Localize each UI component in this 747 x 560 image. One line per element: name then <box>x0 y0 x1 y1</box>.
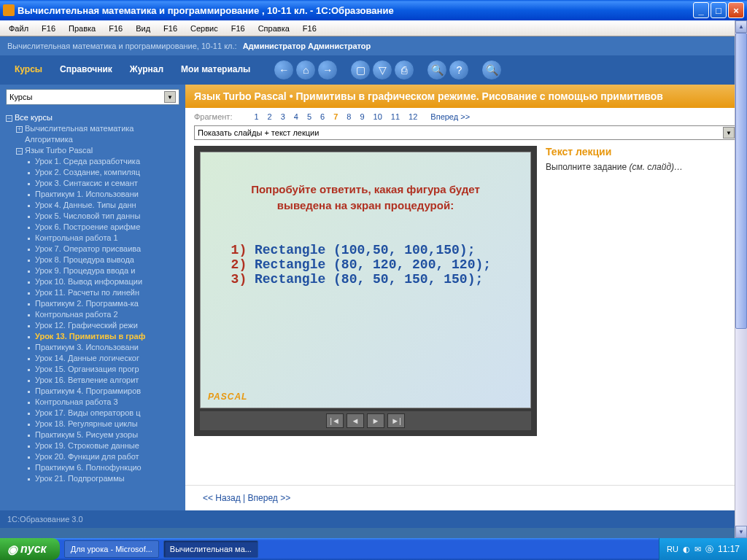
tree-leaf[interactable]: Урок 9. Процедура ввода и <box>26 265 185 276</box>
tree-leaf[interactable]: Контрольная работа 3 <box>26 397 185 408</box>
tree-leaf[interactable]: Урок 1. Среда разработчика <box>26 156 185 167</box>
window-title: Вычислительная математика и программиров… <box>18 5 693 16</box>
lesson-title: Язык Turbo Pascal • Примитивы в графичес… <box>185 85 747 108</box>
start-button[interactable]: ◉пуск <box>0 538 60 560</box>
tray-icon[interactable]: ✉ <box>694 545 701 554</box>
sidebar: Курсы ▼ −Все курсы +Вычислительная матем… <box>0 85 185 510</box>
fragment-page[interactable]: 6 <box>316 111 329 122</box>
slide-prev-icon[interactable]: ◄ <box>347 413 364 428</box>
tab-courses[interactable]: Курсы <box>6 55 51 85</box>
tree-leaf[interactable]: Практикум 6. Полнофункцио <box>26 462 185 473</box>
scroll-up-icon[interactable]: ▲ <box>735 20 747 33</box>
tree-branch[interactable]: +Вычислительная математика <box>16 123 185 134</box>
tree-leaf[interactable]: Урок 18. Регулярные циклы <box>26 419 185 429</box>
bottom-back[interactable]: << Назад <box>203 493 241 503</box>
tree-branch[interactable]: +Алгоритмика <box>16 134 185 145</box>
tray-lang[interactable]: RU <box>667 545 678 553</box>
tree-leaf[interactable]: Урок 17. Виды операторов ц <box>26 408 185 419</box>
tool2-icon[interactable]: ▽ <box>372 60 392 80</box>
tree-leaf[interactable]: Практикум 2. Программа-ка <box>26 298 185 309</box>
tree-leaf[interactable]: Практикум 4. Программиров <box>26 386 185 397</box>
menu-f16[interactable]: F16 <box>227 23 249 34</box>
tree-branch[interactable]: −Язык Turbo Pascal Урок 1. Среда разрабо… <box>16 145 185 484</box>
slide-next-icon[interactable]: ► <box>367 413 384 428</box>
fragment-page[interactable]: 9 <box>355 111 368 122</box>
tree-leaf[interactable]: Урок 21. Подпрограммы <box>26 473 185 484</box>
tree-leaf[interactable]: Урок 15. Организация прогр <box>26 364 185 375</box>
tree-leaf[interactable]: Практикум 5. Рисуем узоры <box>26 429 185 440</box>
fragment-page[interactable]: 1 <box>249 111 263 122</box>
slide-last-icon[interactable]: ►| <box>387 413 405 428</box>
menu-help[interactable]: Справка <box>254 23 294 34</box>
tree-leaf[interactable]: Урок 19. Строковые данные <box>26 440 185 451</box>
fragment-page[interactable]: 4 <box>290 111 303 122</box>
scroll-down-icon[interactable]: ▼ <box>735 526 747 538</box>
tree-leaf[interactable]: Урок 8. Процедура вывода <box>26 254 185 265</box>
tab-journal[interactable]: Журнал <box>121 55 172 85</box>
sidebar-select-value: Курсы <box>9 93 32 101</box>
menu-f16[interactable]: F16 <box>37 23 60 34</box>
nav-forward-icon[interactable]: → <box>317 60 338 80</box>
window-scrollbar[interactable]: ▲ ▼ <box>735 20 747 538</box>
nav-back-icon[interactable]: ← <box>274 60 294 80</box>
tab-my-materials[interactable]: Мои материалы <box>172 55 259 85</box>
dropdown-icon[interactable]: ▼ <box>723 127 735 139</box>
search-icon[interactable]: 🔍 <box>427 60 447 80</box>
tool1-icon[interactable]: ▢ <box>350 60 371 80</box>
tree-leaf[interactable]: Урок 14. Данные логическог <box>26 353 185 364</box>
slide-mode-select[interactable]: Показать слайды + текст лекции ▼ <box>194 125 738 140</box>
fragment-page[interactable]: 8 <box>342 111 355 122</box>
menu-f16[interactable]: F16 <box>159 23 182 34</box>
tree-leaf[interactable]: Урок 12. Графический режи <box>26 320 185 331</box>
zoom-icon[interactable]: 🔍 <box>481 60 502 80</box>
taskbar-item-active[interactable]: Вычислительная ма... <box>163 540 258 558</box>
tree-leaf[interactable]: Урок 5. Числовой тип данны <box>26 211 185 222</box>
tree-leaf[interactable]: Урок 11. Расчеты по линейн <box>26 287 185 298</box>
tray-icon[interactable]: ⓐ <box>705 544 713 555</box>
print-icon[interactable]: ⎙ <box>394 60 414 80</box>
home-icon[interactable]: ⌂ <box>295 60 316 80</box>
help-icon[interactable]: ? <box>449 60 469 80</box>
dropdown-icon[interactable]: ▼ <box>164 91 176 103</box>
sidebar-select[interactable]: Курсы ▼ <box>6 89 179 105</box>
fragment-page[interactable]: 5 <box>303 111 316 122</box>
tree-leaf[interactable]: Контрольная работа 2 <box>26 309 185 320</box>
fragment-page[interactable]: 3 <box>276 111 290 122</box>
fragment-page[interactable]: 12 <box>404 111 422 122</box>
tree-leaf[interactable]: Урок 10. Вывод информации <box>26 276 185 287</box>
tab-reference[interactable]: Справочник <box>51 55 121 85</box>
fragment-page[interactable]: 7 <box>329 111 342 122</box>
menu-file[interactable]: Файл <box>4 23 33 34</box>
menu-f16[interactable]: F16 <box>104 23 127 34</box>
tree-leaf[interactable]: Урок 3. Синтаксис и семант <box>26 178 185 189</box>
bottom-forward[interactable]: Вперед >> <box>248 493 291 503</box>
tree-leaf[interactable]: Практикум 3. Использовани <box>26 342 185 353</box>
tray-clock[interactable]: 11:17 <box>718 544 740 554</box>
tree-leaf[interactable]: Контрольная работа 1 <box>26 233 185 244</box>
tree-leaf[interactable]: Урок 20. Функции для работ <box>26 451 185 462</box>
tree-leaf[interactable]: Урок 13. Примитивы в граф <box>26 331 185 342</box>
fragment-page[interactable]: 10 <box>369 111 387 122</box>
menu-edit[interactable]: Правка <box>64 23 100 34</box>
tree-leaf[interactable]: Урок 6. Построение арифме <box>26 222 185 233</box>
tree-root[interactable]: −Все курсы <box>6 112 185 123</box>
tree-leaf[interactable]: Урок 4. Данные. Типы данн <box>26 200 185 211</box>
menu-service[interactable]: Сервис <box>186 23 222 34</box>
minimize-button[interactable]: _ <box>693 2 709 18</box>
tree-leaf[interactable]: Урок 2. Создание, компиляц <box>26 167 185 178</box>
taskbar-item[interactable]: Для урока - Microsof... <box>64 540 159 558</box>
fragment-page[interactable]: 2 <box>263 111 276 122</box>
tray-icon[interactable]: ◐ <box>683 545 690 554</box>
maximize-button[interactable]: □ <box>711 2 727 18</box>
close-button[interactable]: × <box>728 2 744 18</box>
menu-f16[interactable]: F16 <box>298 23 321 34</box>
tree-leaf[interactable]: Практикум 1. Использовани <box>26 189 185 200</box>
tree-leaf[interactable]: Урок 7. Оператор присваива <box>26 244 185 254</box>
menu-view[interactable]: Вид <box>131 23 155 34</box>
course-tree: −Все курсы +Вычислительная математика +А… <box>0 109 185 510</box>
fragment-forward[interactable]: Вперед >> <box>430 112 470 121</box>
slide-first-icon[interactable]: |◄ <box>326 413 344 428</box>
fragment-page[interactable]: 11 <box>387 111 404 122</box>
scroll-thumb[interactable] <box>735 33 747 329</box>
tree-leaf[interactable]: Урок 16. Ветвление алгорит <box>26 375 185 386</box>
